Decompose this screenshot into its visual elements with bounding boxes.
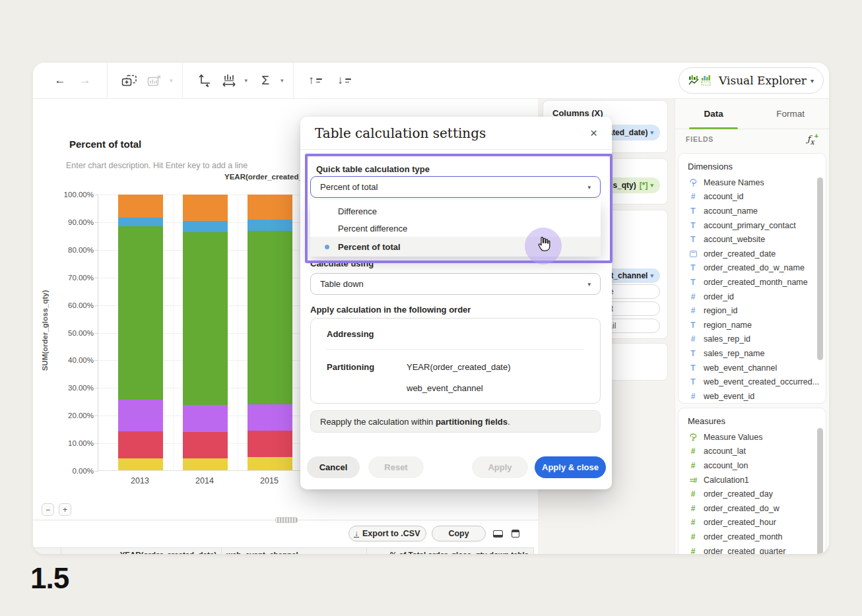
field-item[interactable]: #account_lon bbox=[679, 458, 826, 473]
dropdown-option[interactable]: Percent of total bbox=[310, 237, 601, 257]
field-item[interactable]: #Measure Values bbox=[679, 430, 826, 445]
reset-button[interactable]: Reset bbox=[368, 456, 424, 478]
field-item[interactable]: #order_created_do_w bbox=[679, 501, 826, 516]
bar-segment-red-segment[interactable] bbox=[118, 431, 163, 459]
field-item[interactable]: #web_event_id bbox=[679, 389, 826, 404]
number-field-icon: # bbox=[688, 461, 698, 470]
field-item[interactable]: #order_created_hour bbox=[679, 516, 826, 530]
zoom-in-button[interactable]: + bbox=[59, 503, 71, 516]
measure-names-icon: T bbox=[688, 178, 698, 187]
field-item[interactable]: #sales_rep_id bbox=[679, 332, 826, 347]
dropdown-option[interactable]: Difference bbox=[310, 202, 601, 220]
chevron-down-icon[interactable]: ▾ bbox=[650, 272, 653, 279]
apply-button[interactable]: Apply bbox=[472, 456, 528, 478]
chevron-down-icon[interactable]: ▾ bbox=[281, 77, 284, 84]
bar-segment-blue-segment[interactable] bbox=[248, 220, 292, 231]
table-column-header[interactable]: web_event_channel bbox=[222, 548, 367, 555]
tab-format[interactable]: Format bbox=[752, 99, 830, 129]
bar-segment-yellow-segment[interactable] bbox=[183, 458, 228, 470]
apply-close-button[interactable]: Apply & close bbox=[535, 456, 606, 478]
zoom-out-button[interactable]: − bbox=[42, 503, 54, 516]
forward-icon[interactable]: → bbox=[77, 71, 94, 90]
chevron-down-icon[interactable]: ▾ bbox=[245, 77, 248, 84]
field-item[interactable]: Tweb_event_created_occurred... bbox=[679, 375, 826, 389]
field-item[interactable]: #account_lat bbox=[679, 445, 826, 459]
field-item[interactable]: #order_id bbox=[679, 290, 826, 304]
field-item[interactable]: Taccount_name bbox=[679, 204, 826, 218]
tab-data[interactable]: Data bbox=[675, 99, 752, 129]
add-formula-icon[interactable]: ƒx+ bbox=[807, 132, 818, 146]
field-item[interactable]: order_created_date bbox=[679, 247, 826, 261]
bar-segment-yellow-segment[interactable] bbox=[118, 458, 163, 470]
table-column-header[interactable] bbox=[34, 548, 61, 555]
bar-segment-blue-segment[interactable] bbox=[118, 218, 163, 226]
chevron-down-icon[interactable]: ▾ bbox=[650, 129, 653, 136]
field-label: sales_rep_id bbox=[704, 334, 750, 344]
duplicate-chart-icon[interactable] bbox=[121, 71, 138, 90]
field-item[interactable]: Tregion_name bbox=[679, 318, 826, 332]
calculate-using-select[interactable]: Table down ▾ bbox=[310, 273, 601, 295]
field-item[interactable]: =#Calculation1 bbox=[679, 473, 826, 487]
copy-button[interactable]: Copy bbox=[432, 526, 486, 541]
bar-segment-red-segment[interactable] bbox=[248, 431, 292, 458]
swap-axes-icon[interactable] bbox=[196, 71, 213, 90]
cancel-button[interactable]: Cancel bbox=[307, 456, 360, 478]
field-item[interactable]: Taccount_primary_contact bbox=[679, 218, 826, 233]
quick-calc-select[interactable]: Percent of total ▾ bbox=[310, 176, 601, 198]
sort-descending-icon[interactable]: ↓ bbox=[336, 71, 353, 90]
bar-segment-red-segment[interactable] bbox=[183, 432, 228, 458]
step-caption: 1.5 bbox=[30, 562, 69, 595]
bar-segment-green-segment[interactable] bbox=[248, 231, 292, 404]
close-icon[interactable]: × bbox=[590, 126, 597, 140]
dimensions-card: Dimensions TMeasure Names#account_idTacc… bbox=[678, 153, 826, 404]
expand-table-icon[interactable] bbox=[512, 530, 519, 538]
chart-description-placeholder[interactable]: Enter chart description. Hit Enter key t… bbox=[66, 161, 248, 170]
field-item[interactable]: Torder_created_month_name bbox=[679, 275, 826, 290]
table-column-header[interactable]: YEAR(order_created_date) bbox=[61, 548, 222, 555]
field-item[interactable]: Tsales_rep_name bbox=[679, 346, 826, 361]
field-item[interactable]: #order_created_month bbox=[679, 530, 826, 544]
back-icon[interactable]: ← bbox=[51, 71, 69, 90]
field-item[interactable]: TMeasure Names bbox=[679, 175, 826, 190]
text-field-icon: T bbox=[688, 349, 698, 358]
dropdown-option[interactable]: Percent difference bbox=[310, 220, 601, 237]
visual-explorer-button[interactable]: Visual Explorer ▾ bbox=[679, 67, 824, 94]
field-item[interactable]: Tweb_event_channel bbox=[679, 361, 826, 375]
bar-segment-yellow-segment[interactable] bbox=[248, 457, 292, 470]
bar-segment-purple-segment[interactable] bbox=[118, 400, 163, 431]
field-item[interactable]: #account_id bbox=[679, 190, 826, 204]
number-field-icon: # bbox=[688, 532, 698, 541]
field-label: Measure Names bbox=[704, 178, 764, 187]
field-item[interactable]: #order_created_quarter bbox=[679, 544, 826, 554]
field-item[interactable]: #order_created_day bbox=[679, 487, 826, 501]
axis-tick bbox=[94, 333, 98, 334]
partitioning-field: web_event_channel bbox=[407, 383, 483, 393]
axis-tick bbox=[94, 471, 98, 472]
dimensions-scrollbar[interactable] bbox=[817, 177, 823, 360]
measures-scrollbar[interactable] bbox=[817, 428, 823, 554]
sort-ascending-icon[interactable]: ↑ bbox=[307, 71, 324, 90]
bar-segment-green-segment[interactable] bbox=[118, 226, 163, 400]
field-item[interactable]: Torder_created_do_w_name bbox=[679, 261, 826, 276]
chevron-down-icon[interactable]: ▾ bbox=[170, 77, 173, 84]
aggregate-sigma-icon[interactable]: Σ bbox=[257, 71, 274, 90]
pane-resize-handle[interactable] bbox=[275, 517, 298, 523]
bar-segment-purple-segment[interactable] bbox=[248, 404, 292, 431]
export-csv-button[interactable]: ↓ Export to .CSV bbox=[348, 526, 426, 541]
table-column-header[interactable]: % of Total order_gloss_qty down table bbox=[367, 548, 534, 555]
chevron-down-icon: ▾ bbox=[587, 281, 591, 288]
field-item[interactable]: #region_id bbox=[679, 303, 826, 318]
bar-segment-purple-segment[interactable] bbox=[183, 405, 228, 433]
bar-segment-blue-segment[interactable] bbox=[183, 221, 228, 232]
chevron-down-icon[interactable]: ▾ bbox=[650, 182, 653, 189]
bar-segment-orange-segment[interactable] bbox=[248, 195, 292, 220]
chart-title[interactable]: Percent of total bbox=[69, 139, 141, 150]
field-item[interactable]: Taccount_website bbox=[679, 232, 826, 247]
field-label: web_event_channel bbox=[704, 363, 777, 373]
bar-segment-orange-segment[interactable] bbox=[118, 195, 163, 218]
bar-width-icon[interactable] bbox=[221, 71, 238, 90]
remove-chart-icon[interactable] bbox=[146, 71, 163, 90]
collapse-table-icon[interactable] bbox=[493, 530, 503, 538]
bar-segment-green-segment[interactable] bbox=[183, 232, 228, 405]
bar-segment-orange-segment[interactable] bbox=[183, 195, 228, 221]
